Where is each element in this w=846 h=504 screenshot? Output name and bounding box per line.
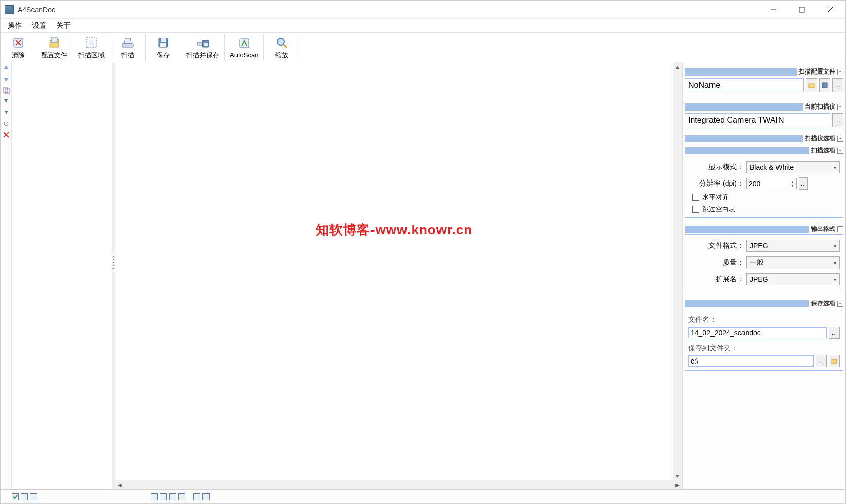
scroll-track-v[interactable] xyxy=(673,71,682,471)
profile-label: 配置文件 xyxy=(41,51,67,60)
folder-browse-button[interactable] xyxy=(829,355,840,367)
extension-select[interactable]: JPEG▾ xyxy=(746,273,840,285)
close-button[interactable] xyxy=(816,1,844,19)
svg-line-19 xyxy=(283,44,287,48)
svg-point-18 xyxy=(277,38,284,45)
arrow-down-icon[interactable] xyxy=(3,76,10,83)
zoom-out-icon[interactable] xyxy=(202,493,210,500)
horiz-align-checkbox[interactable] xyxy=(692,194,699,201)
save-icon xyxy=(156,35,171,50)
scanner-options-header: 扫描仪选项 + xyxy=(685,134,843,143)
horizontal-scrollbar[interactable]: ◀ ▶ xyxy=(115,480,682,489)
zoom-button[interactable]: 缩放 xyxy=(264,34,299,61)
scroll-track-h[interactable] xyxy=(124,480,673,489)
profile-name-input[interactable]: NoName xyxy=(685,78,804,92)
scan-area-label: 扫描区域 xyxy=(78,51,105,60)
menu-about[interactable]: 关于 xyxy=(51,19,76,32)
delete-icon[interactable] xyxy=(3,131,10,138)
extension-label: 扩展名： xyxy=(688,275,744,284)
collapse-icon[interactable]: − xyxy=(837,69,843,75)
view2-icon[interactable] xyxy=(21,493,28,500)
scan-save-button[interactable]: 扫描并保存 xyxy=(181,34,225,61)
collapse-icon[interactable]: − xyxy=(837,104,843,110)
scan-save-label: 扫描并保存 xyxy=(186,51,219,60)
filename-input[interactable]: 14_02_2024_scandoc xyxy=(688,327,827,338)
folder-input[interactable]: c:\ xyxy=(688,355,814,367)
chevron-down-icon: ▾ xyxy=(834,243,836,249)
preview-canvas: 知软博客-www.knowr.cn xyxy=(115,62,673,480)
quality-select[interactable]: 一般▾ xyxy=(746,256,840,269)
layout3-icon[interactable] xyxy=(169,493,176,500)
bottom-bar xyxy=(1,489,845,503)
scroll-right-arrow[interactable]: ▶ xyxy=(673,480,682,489)
app-title: A4ScanDoc xyxy=(18,6,759,14)
svg-rect-16 xyxy=(204,43,208,46)
scanner-name-input[interactable]: Integrated Camera TWAIN xyxy=(685,113,830,127)
skip-blank-label: 跳过空白表 xyxy=(702,205,735,214)
svg-rect-7 xyxy=(51,38,57,43)
dpi-more-button[interactable]: … xyxy=(799,177,808,190)
dpi-label: 分辨率 (dpi)： xyxy=(688,179,744,188)
vertical-scrollbar[interactable]: ▲ ▼ xyxy=(673,62,682,480)
clear-icon xyxy=(11,35,25,50)
scan-area-icon xyxy=(84,35,98,50)
toolbar: 清除 配置文件 扫描区域 扫描 保存 扫描并保存 AutoScan 缩放 xyxy=(1,33,845,62)
zoom-in-icon[interactable] xyxy=(193,493,200,500)
profile-button[interactable]: 配置文件 xyxy=(36,34,73,61)
quality-label: 质量： xyxy=(688,258,744,267)
copy-icon[interactable] xyxy=(3,87,10,94)
clear-button[interactable]: 清除 xyxy=(1,34,36,61)
menubar: 操作 设置 关于 xyxy=(1,19,845,33)
scanner-more-button[interactable]: … xyxy=(832,113,843,127)
layout1-icon[interactable] xyxy=(151,493,158,500)
save-options-header: 保存选项 − xyxy=(685,299,843,308)
save-button[interactable]: 保存 xyxy=(146,34,181,61)
collapse-icon[interactable]: − xyxy=(837,148,843,154)
output-format-header: 输出格式 − xyxy=(685,225,843,233)
bottom-icons-center xyxy=(142,493,210,500)
collapse-icon[interactable]: + xyxy=(837,136,843,142)
profile-more-button[interactable]: … xyxy=(832,78,843,92)
window-controls xyxy=(759,1,844,19)
autoscan-button[interactable]: AutoScan xyxy=(225,34,264,61)
menu-settings[interactable]: 设置 xyxy=(27,19,51,32)
dpi-input[interactable]: ▲▼ xyxy=(746,178,797,189)
scan-area-button[interactable]: 扫描区域 xyxy=(73,34,110,61)
autoscan-icon xyxy=(237,36,251,50)
rotate-left-icon[interactable] xyxy=(3,98,10,105)
filename-more-button[interactable]: … xyxy=(829,327,840,339)
collapse-icon[interactable]: − xyxy=(837,226,843,232)
profile-save-button[interactable] xyxy=(819,78,830,92)
arrow-up-icon[interactable] xyxy=(3,64,10,71)
scroll-left-arrow[interactable]: ◀ xyxy=(115,480,124,489)
folder-more-button[interactable]: … xyxy=(816,355,827,367)
preview-area: 知软博客-www.knowr.cn ▲ ▼ ◀ ▶ xyxy=(115,62,682,489)
spin-up-icon[interactable]: ▲ xyxy=(791,180,794,184)
layout4-icon[interactable] xyxy=(178,493,185,500)
scan-profile-header: 扫描配置文件 − xyxy=(685,67,843,76)
svg-rect-26 xyxy=(809,84,814,88)
minimize-button[interactable] xyxy=(759,1,788,19)
menu-action[interactable]: 操作 xyxy=(3,19,27,32)
layout2-icon[interactable] xyxy=(160,493,167,500)
svg-rect-1 xyxy=(799,7,804,12)
display-mode-select[interactable]: Black & White▾ xyxy=(746,161,840,173)
profile-open-button[interactable] xyxy=(806,78,817,92)
collapse-icon[interactable]: − xyxy=(837,301,843,307)
view3-icon[interactable] xyxy=(30,493,37,500)
clear-label: 清除 xyxy=(12,51,25,60)
spin-down-icon[interactable]: ▼ xyxy=(791,184,794,187)
current-scanner-header: 当前扫描仪 − xyxy=(685,102,843,111)
scroll-up-arrow[interactable]: ▲ xyxy=(673,62,682,71)
view1-icon[interactable] xyxy=(12,493,19,500)
app-icon xyxy=(5,5,14,14)
rotate-right-icon[interactable] xyxy=(3,109,10,116)
skip-blank-checkbox[interactable] xyxy=(692,206,699,213)
scan-button[interactable]: 扫描 xyxy=(110,34,146,61)
brightness-icon[interactable] xyxy=(3,120,10,127)
file-format-select[interactable]: JPEG▾ xyxy=(746,240,840,252)
zoom-label: 缩放 xyxy=(275,51,288,60)
watermark-text: 知软博客-www.knowr.cn xyxy=(316,221,472,238)
maximize-button[interactable] xyxy=(788,1,816,19)
scroll-down-arrow[interactable]: ▼ xyxy=(673,471,682,480)
